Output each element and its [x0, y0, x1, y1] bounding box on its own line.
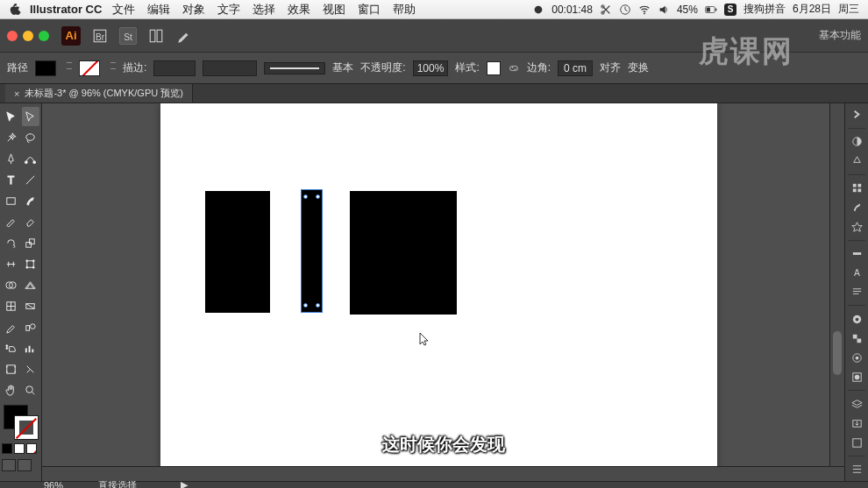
artboard[interactable] — [160, 103, 717, 481]
panel-swatches-icon[interactable] — [849, 180, 864, 196]
paint-icon[interactable] — [175, 27, 193, 45]
tool-selection[interactable] — [2, 107, 20, 126]
tool-paintbrush[interactable] — [22, 191, 40, 210]
scissors-icon[interactable] — [600, 4, 612, 16]
workspace-switcher[interactable]: 基本功能 — [819, 28, 861, 43]
tool-column-graph[interactable] — [22, 338, 40, 357]
panel-layers-icon[interactable] — [849, 396, 864, 412]
panel-gradient-icon[interactable] — [849, 311, 864, 327]
opacity-value[interactable]: 100% — [413, 60, 449, 76]
tool-zoom[interactable] — [22, 380, 40, 400]
app-name[interactable]: Illustrator CC — [30, 3, 102, 16]
stroke-swatch-large[interactable] — [14, 415, 39, 440]
panel-collapse-icon[interactable] — [849, 107, 864, 123]
document-tab[interactable]: × 未标题-3* @ 96% (CMYK/GPU 预览) — [5, 84, 193, 103]
panel-color-guide-icon[interactable] — [849, 153, 864, 169]
wifi-icon[interactable] — [638, 4, 651, 16]
tool-gradient[interactable] — [22, 296, 40, 315]
panel-graphic-styles-icon[interactable] — [849, 369, 864, 385]
menu-window[interactable]: 窗口 — [358, 2, 381, 18]
panel-appearance-icon[interactable] — [849, 350, 864, 365]
tool-magic-wand[interactable] — [2, 128, 20, 147]
panel-paragraph-icon[interactable] — [849, 285, 864, 301]
panel-symbols-icon[interactable] — [849, 219, 864, 235]
panel-asset-export-icon[interactable] — [849, 415, 864, 431]
tool-slice[interactable] — [22, 359, 40, 378]
screen-mode-normal[interactable] — [2, 459, 16, 471]
menu-help[interactable]: 帮助 — [393, 2, 416, 18]
tool-shaper[interactable] — [2, 212, 20, 231]
link-icon[interactable] — [508, 62, 520, 74]
status-ime[interactable]: 搜狗拼音 — [743, 2, 786, 17]
dropdown-icon[interactable] — [110, 62, 116, 74]
tool-direct-selection[interactable] — [22, 107, 40, 126]
tool-pen[interactable] — [2, 149, 20, 168]
tool-type[interactable]: T — [2, 170, 20, 189]
clock-icon[interactable] — [619, 4, 631, 16]
panel-brushes-icon[interactable] — [849, 200, 864, 216]
style-swatch[interactable] — [487, 61, 501, 75]
tool-artboard[interactable] — [2, 359, 20, 378]
panel-transparency-icon[interactable] — [849, 330, 864, 346]
stock-icon[interactable]: St — [119, 27, 137, 45]
shape-rect-2-selected[interactable] — [301, 189, 323, 313]
scrollbar-thumb[interactable] — [833, 331, 842, 375]
tool-perspective-grid[interactable] — [22, 275, 40, 294]
menu-effect[interactable]: 效果 — [288, 2, 310, 18]
stroke-swatch[interactable] — [79, 60, 100, 76]
tool-scale[interactable] — [22, 233, 40, 252]
tool-free-transform[interactable] — [22, 254, 40, 273]
panel-libraries-icon[interactable] — [849, 462, 864, 477]
panel-character-icon[interactable]: A — [849, 265, 864, 281]
fill-stroke-swatches[interactable] — [2, 405, 39, 442]
close-icon[interactable]: × — [14, 88, 19, 99]
fill-swatch[interactable] — [35, 60, 56, 76]
tool-width[interactable] — [2, 254, 20, 273]
tool-lasso[interactable] — [22, 128, 40, 147]
tool-shape-builder[interactable] — [2, 275, 20, 294]
panel-stroke-icon[interactable] — [849, 246, 864, 262]
stroke-width-field[interactable] — [203, 60, 257, 76]
bridge-icon[interactable]: Br — [91, 27, 109, 45]
menu-type[interactable]: 文字 — [217, 2, 240, 18]
ime-badge-icon[interactable]: S — [724, 4, 736, 16]
menu-edit[interactable]: 编辑 — [147, 2, 170, 18]
menu-view[interactable]: 视图 — [323, 2, 345, 18]
tool-blend[interactable] — [22, 317, 40, 336]
brush-definition[interactable] — [264, 62, 325, 74]
stroke-weight-field[interactable] — [153, 60, 196, 76]
menu-file[interactable]: 文件 — [112, 2, 135, 18]
tool-symbol-sprayer[interactable] — [2, 338, 20, 357]
menu-select[interactable]: 选择 — [253, 2, 275, 18]
corner-value[interactable]: 0 cm — [558, 60, 593, 76]
window-close-button[interactable] — [7, 31, 18, 41]
color-mode-solid[interactable] — [2, 443, 12, 454]
screen-mode-full[interactable] — [18, 459, 32, 471]
tool-rectangle[interactable] — [2, 191, 20, 210]
tool-curvature[interactable] — [22, 149, 40, 168]
tool-rotate[interactable] — [2, 233, 20, 252]
tool-line[interactable] — [22, 170, 40, 189]
window-minimize-button[interactable] — [23, 31, 33, 41]
tool-eyedropper[interactable] — [2, 317, 20, 336]
shape-rect-3[interactable] — [350, 191, 457, 315]
tool-mesh[interactable] — [2, 296, 20, 315]
scrollbar-vertical[interactable] — [829, 103, 844, 466]
color-mode-gradient[interactable] — [14, 443, 25, 454]
panel-color-icon[interactable] — [849, 134, 864, 150]
svg-rect-20 — [27, 260, 34, 267]
color-mode-none[interactable] — [26, 443, 37, 454]
window-zoom-button[interactable] — [39, 31, 49, 41]
arrange-icon[interactable] — [147, 27, 165, 45]
canvas-area[interactable]: 这时候你会发现 — [42, 103, 844, 481]
volume-icon[interactable] — [658, 4, 670, 16]
scrollbar-horizontal[interactable] — [42, 466, 844, 481]
tool-hand[interactable] — [2, 380, 20, 400]
tool-eraser[interactable] — [22, 212, 40, 231]
align-label[interactable]: 对齐 — [600, 60, 621, 75]
panel-artboards-icon[interactable] — [849, 435, 864, 450]
menu-object[interactable]: 对象 — [182, 2, 205, 18]
shape-rect-1[interactable] — [205, 191, 270, 313]
transform-label[interactable]: 变换 — [628, 60, 649, 75]
dropdown-icon[interactable] — [67, 62, 72, 74]
